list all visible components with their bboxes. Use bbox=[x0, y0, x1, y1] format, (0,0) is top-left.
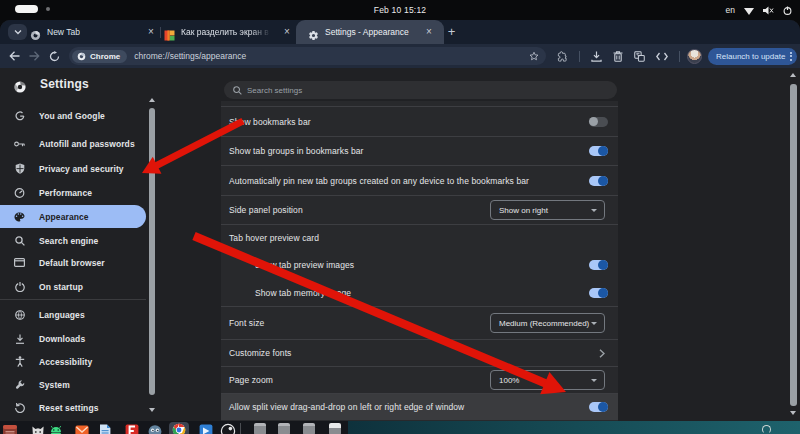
settings-header: Settings Search settings bbox=[0, 68, 800, 102]
minimized-window-icon[interactable] bbox=[303, 423, 315, 434]
toggle-switch[interactable] bbox=[589, 146, 608, 156]
sidebar-scrollbar[interactable] bbox=[146, 95, 157, 421]
document-icon[interactable] bbox=[97, 423, 113, 434]
toggle-switch[interactable] bbox=[589, 260, 608, 270]
scroll-down-icon[interactable] bbox=[149, 408, 155, 412]
minimized-window-icon[interactable] bbox=[329, 423, 341, 434]
gimp-icon[interactable] bbox=[147, 423, 163, 434]
clock[interactable]: Feb 10 15:12 bbox=[0, 0, 800, 20]
sidebar-divider bbox=[0, 299, 146, 300]
sidebar-item-downloads[interactable]: Downloads bbox=[0, 327, 146, 350]
files-icon[interactable] bbox=[2, 423, 18, 434]
sidebar-item-search-engine[interactable]: Search engine bbox=[0, 229, 146, 252]
blue-app-icon[interactable] bbox=[198, 423, 214, 434]
profile-avatar[interactable] bbox=[687, 49, 702, 64]
forward-icon[interactable] bbox=[29, 51, 40, 61]
keyboard-layout[interactable]: en bbox=[726, 5, 735, 15]
dropdown-select[interactable]: 100% bbox=[490, 370, 605, 390]
setting-label: Tab hover preview card bbox=[229, 233, 319, 243]
dropdown-value: Show on right bbox=[499, 206, 548, 215]
tab-settings[interactable]: Settings - Appearance × bbox=[296, 20, 444, 44]
sidebar-item-languages[interactable]: Languages bbox=[0, 303, 146, 326]
download-icon bbox=[14, 333, 25, 344]
google-g-icon bbox=[14, 110, 25, 121]
dropdown-select[interactable]: Show on right bbox=[490, 200, 605, 220]
settings-search[interactable]: Search settings bbox=[224, 81, 617, 99]
dropdown-select[interactable]: Medium (Recommended) bbox=[490, 313, 605, 333]
sidebar-item-reset-settings[interactable]: Reset settings bbox=[0, 396, 146, 419]
tab-new-tab[interactable]: New Tab × bbox=[30, 20, 156, 44]
download-icon[interactable] bbox=[591, 51, 602, 62]
chrome-icon[interactable] bbox=[169, 422, 189, 434]
setting-label: Show tab preview images bbox=[255, 260, 354, 270]
scrollbar-thumb[interactable] bbox=[790, 84, 797, 406]
star-icon[interactable] bbox=[529, 51, 539, 61]
extensions-icon[interactable] bbox=[557, 51, 568, 62]
tab-article[interactable]: Как разделить экран в б × bbox=[164, 20, 292, 44]
trash-icon[interactable] bbox=[613, 51, 623, 62]
setting-row: Allow split view drag-and-drop on left o… bbox=[221, 393, 618, 420]
mail-icon[interactable] bbox=[74, 423, 90, 434]
volume-icon bbox=[763, 6, 774, 15]
sidebar-item-label: Appearance bbox=[39, 212, 89, 222]
globe-icon bbox=[14, 309, 25, 320]
sidebar-item-autofill-and-passwords[interactable]: Autofill and passwords bbox=[0, 132, 146, 155]
kebab-icon[interactable] bbox=[790, 52, 792, 61]
address-bar[interactable]: Chrome chrome://settings/appearance bbox=[69, 47, 546, 65]
toggle-knob bbox=[598, 260, 608, 270]
search-placeholder: Search settings bbox=[247, 86, 302, 95]
palette-icon bbox=[14, 211, 25, 222]
tab-close-icon[interactable]: × bbox=[146, 27, 156, 37]
scroll-up-icon[interactable] bbox=[149, 98, 155, 102]
sidebar-item-on-startup[interactable]: On startup bbox=[0, 275, 146, 298]
sidebar-item-performance[interactable]: Performance bbox=[0, 181, 146, 204]
toggle-switch[interactable] bbox=[589, 288, 608, 298]
desktop-glyph bbox=[762, 425, 771, 434]
back-icon[interactable] bbox=[9, 51, 20, 61]
sidebar-item-system[interactable]: System bbox=[0, 373, 146, 396]
setting-row: Tab hover preview card bbox=[221, 224, 618, 251]
relaunch-button[interactable]: Relaunch to update bbox=[708, 48, 797, 65]
scroll-up-icon[interactable] bbox=[790, 73, 796, 77]
translate-icon[interactable] bbox=[634, 51, 645, 62]
system-top-bar: Feb 10 15:12 en bbox=[0, 0, 800, 20]
cat-app-icon[interactable] bbox=[30, 423, 46, 434]
toggle-switch[interactable] bbox=[589, 402, 608, 412]
minimized-window-icon[interactable] bbox=[254, 423, 266, 434]
toggle-knob bbox=[598, 402, 608, 412]
chevron-down-icon bbox=[591, 209, 597, 212]
sidebar-item-label: System bbox=[39, 380, 70, 390]
dark-circle-app-icon[interactable] bbox=[220, 423, 236, 434]
tab-close-icon[interactable]: × bbox=[424, 27, 434, 37]
sidebar-item-accessibility[interactable]: Accessibility bbox=[0, 350, 146, 373]
toggle-switch[interactable] bbox=[589, 117, 608, 127]
sidebar-item-label: Languages bbox=[39, 310, 85, 320]
setting-row[interactable]: Customize fonts bbox=[221, 339, 618, 366]
chrome-logo-icon bbox=[14, 79, 26, 97]
tab-close-icon[interactable]: × bbox=[282, 27, 292, 37]
setting-row: Show tab groups in bookmarks bar bbox=[221, 136, 618, 165]
toggle-switch[interactable] bbox=[589, 176, 608, 186]
settings-page: Settings Search settings You and GoogleA… bbox=[0, 68, 800, 421]
scrollbar-thumb[interactable] bbox=[149, 108, 155, 395]
sidebar-item-privacy-and-security[interactable]: Privacy and security bbox=[0, 157, 146, 180]
reload-icon[interactable] bbox=[49, 51, 60, 62]
f-app-icon[interactable] bbox=[124, 423, 140, 434]
tab-separator bbox=[160, 27, 161, 38]
sidebar-item-default-browser[interactable]: Default browser bbox=[0, 251, 146, 274]
tab-search-button[interactable] bbox=[8, 24, 27, 40]
sidebar-item-appearance[interactable]: Appearance bbox=[0, 205, 146, 228]
setting-label: Show tab groups in bookmarks bar bbox=[229, 146, 364, 156]
url-text[interactable]: chrome://settings/appearance bbox=[134, 51, 246, 61]
page-scrollbar[interactable] bbox=[787, 68, 800, 421]
new-tab-button[interactable]: + bbox=[444, 24, 459, 39]
browser-icon bbox=[14, 257, 25, 268]
scroll-down-icon[interactable] bbox=[790, 411, 796, 415]
sidebar-item-you-and-google[interactable]: You and Google bbox=[0, 104, 146, 127]
minimized-window-icon[interactable] bbox=[278, 423, 290, 434]
system-tray[interactable]: en bbox=[726, 0, 792, 20]
android-icon[interactable] bbox=[48, 423, 64, 434]
site-chip[interactable]: Chrome bbox=[72, 50, 127, 63]
toggle-knob bbox=[598, 176, 608, 186]
code-icon[interactable] bbox=[656, 52, 668, 61]
